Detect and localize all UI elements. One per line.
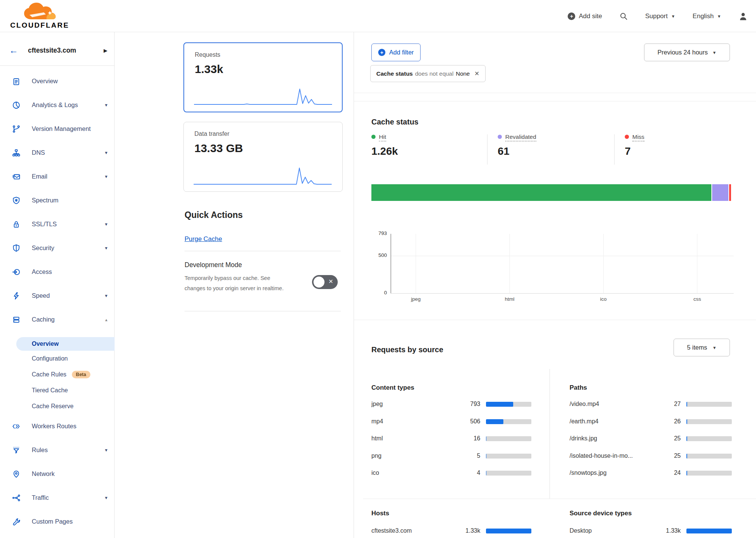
table-row[interactable]: jpeg793 bbox=[371, 397, 531, 411]
sidebar-item-label: Rules bbox=[32, 446, 48, 454]
miss-dot-icon bbox=[625, 135, 629, 139]
support-menu[interactable]: Support ▼ bbox=[645, 12, 675, 20]
sidebar-item-label: Caching bbox=[32, 316, 55, 323]
chevron-down-icon: ▾ bbox=[105, 293, 107, 299]
plus-icon: + bbox=[568, 12, 575, 20]
table-row[interactable]: ico4 bbox=[371, 466, 531, 480]
table-row[interactable]: Desktop1.33k bbox=[570, 524, 732, 538]
table-row[interactable]: /video.mp427 bbox=[570, 397, 732, 411]
filter-chip[interactable]: Cache status does not equal None ✕ bbox=[370, 65, 486, 82]
support-label: Support bbox=[645, 12, 668, 20]
value-bar bbox=[486, 529, 531, 533]
sidebar-item-analytics[interactable]: Analytics & Logs ▾ bbox=[0, 93, 114, 117]
sidebar-item-label: Network bbox=[32, 470, 55, 477]
search-button[interactable] bbox=[619, 12, 628, 20]
sidebar-item-version-management[interactable]: Version Management bbox=[0, 117, 114, 141]
y-tick: 793 bbox=[364, 230, 387, 236]
submenu-item-label: Cache Rules bbox=[32, 371, 67, 378]
table-row[interactable]: /isolated-house-in-mo...25 bbox=[570, 449, 732, 463]
revalidated-label[interactable]: Revalidated bbox=[505, 134, 536, 141]
purge-cache-link[interactable]: Purge Cache bbox=[185, 235, 222, 243]
sidebar-item-label: Analytics & Logs bbox=[32, 101, 78, 109]
value-bar bbox=[486, 419, 531, 424]
sidebar-item-workers-routes[interactable]: Workers Routes bbox=[0, 414, 114, 438]
chevron-down-icon: ▾ bbox=[105, 150, 107, 155]
remove-filter-icon[interactable]: ✕ bbox=[474, 70, 479, 77]
y-tick: 500 bbox=[364, 252, 387, 258]
sidebar-item-access[interactable]: Access bbox=[0, 260, 114, 284]
site-switcher[interactable]: ← cftestsite3.com ▶ bbox=[0, 39, 114, 62]
sidebar-item-email[interactable]: Email ▾ bbox=[0, 165, 114, 188]
time-range-label: Previous 24 hours bbox=[658, 49, 708, 56]
table-row[interactable]: cftestsite3.com1.33k bbox=[371, 524, 531, 538]
cloudflare-cloud-icon bbox=[22, 2, 58, 20]
revalidated-dot-icon bbox=[498, 135, 502, 139]
sidebar-item-rules[interactable]: Rules ▾ bbox=[0, 438, 114, 462]
selected-pill bbox=[16, 337, 115, 351]
divider bbox=[614, 134, 615, 165]
lock-icon bbox=[12, 220, 20, 229]
sidebar-item-label: Access bbox=[32, 268, 52, 275]
table-row[interactable]: html16 bbox=[371, 432, 531, 445]
email-icon bbox=[12, 173, 20, 181]
section-divider bbox=[363, 499, 756, 499]
chevron-down-icon: ▾ bbox=[105, 102, 107, 108]
miss-label[interactable]: Miss bbox=[632, 134, 644, 141]
sidebar-item-ssl-tls[interactable]: SSL/TLS ▾ bbox=[0, 212, 114, 236]
sidebar-item-traffic[interactable]: Traffic ▾ bbox=[0, 486, 114, 510]
account-button[interactable] bbox=[739, 12, 748, 21]
server-stack-icon bbox=[12, 316, 20, 324]
submenu-item-cache-reserve[interactable]: Cache Reserve bbox=[0, 398, 114, 414]
table-row[interactable]: /earth.mp426 bbox=[570, 415, 732, 428]
sidebar-item-label: Custom Pages bbox=[32, 518, 73, 525]
chevron-down-icon: ▾ bbox=[105, 495, 107, 501]
hit-label[interactable]: Hit bbox=[379, 134, 386, 141]
language-menu[interactable]: English ▼ bbox=[692, 12, 721, 20]
submenu-item-cache-rules[interactable]: Cache Rules Beta bbox=[0, 367, 114, 383]
revalidated-segment[interactable] bbox=[712, 184, 728, 201]
table-row[interactable]: /snowtops.jpg24 bbox=[570, 466, 732, 480]
add-filter-button[interactable]: + Add filter bbox=[371, 44, 421, 61]
add-site-button[interactable]: + Add site bbox=[568, 12, 602, 20]
time-range-dropdown[interactable]: Previous 24 hours ▼ bbox=[644, 44, 730, 61]
filter-value: None bbox=[456, 70, 470, 77]
sidebar-item-custom-pages[interactable]: Custom Pages bbox=[0, 510, 114, 533]
divider bbox=[487, 134, 487, 165]
sidebar-item-dns[interactable]: DNS ▾ bbox=[0, 141, 114, 165]
back-arrow-icon[interactable]: ← bbox=[9, 46, 18, 55]
sidebar-item-speed[interactable]: Speed ▾ bbox=[0, 284, 114, 308]
data-transfer-label: Data transfer bbox=[194, 131, 229, 137]
sidebar-item-overview[interactable]: Overview bbox=[0, 69, 114, 93]
source-device-types-title: Source device types bbox=[570, 510, 632, 517]
x-label-css: css bbox=[676, 296, 719, 302]
sidebar-item-spectrum[interactable]: Spectrum bbox=[0, 188, 114, 212]
miss-segment[interactable] bbox=[729, 184, 731, 201]
sidebar-divider bbox=[0, 65, 114, 66]
cloudflare-logo[interactable]: CLOUDFLARE bbox=[9, 2, 70, 30]
clipboard-icon bbox=[12, 77, 20, 86]
items-count-dropdown[interactable]: 5 items ▼ bbox=[674, 339, 730, 356]
table-row[interactable]: mp4506 bbox=[371, 415, 531, 428]
development-mode-toggle[interactable]: ✕ bbox=[312, 275, 338, 289]
table-row[interactable]: png5 bbox=[371, 449, 531, 463]
value-bar bbox=[486, 436, 531, 441]
submenu-item-tiered-cache[interactable]: Tiered Cache bbox=[0, 383, 114, 398]
chevron-down-icon: ▾ bbox=[105, 221, 107, 227]
data-transfer-card[interactable]: Data transfer 13.33 GB bbox=[183, 122, 343, 192]
submenu-item-configuration[interactable]: Configuration bbox=[0, 351, 114, 367]
cache-status-title: Cache status bbox=[371, 118, 419, 126]
sidebar-item-caching[interactable]: Caching ▴ bbox=[0, 308, 114, 331]
y-axis bbox=[391, 234, 391, 293]
gridline bbox=[509, 234, 510, 293]
hit-segment[interactable] bbox=[371, 184, 711, 201]
requests-card[interactable]: Requests 1.33k bbox=[183, 42, 343, 112]
sidebar-item-label: Speed bbox=[32, 292, 50, 299]
sidebar-item-security[interactable]: Security ▾ bbox=[0, 236, 114, 260]
stat-revalidated: Revalidated 61 bbox=[498, 134, 536, 157]
sidebar-item-network[interactable]: Network bbox=[0, 462, 114, 486]
top-header: CLOUDFLARE + Add site Support ▼ English … bbox=[0, 0, 756, 32]
shield-burst-icon bbox=[12, 196, 20, 205]
submenu-item-overview[interactable]: Overview bbox=[0, 337, 114, 351]
chevron-right-icon[interactable]: ▶ bbox=[104, 48, 107, 53]
table-row[interactable]: /drinks.jpg25 bbox=[570, 432, 732, 445]
